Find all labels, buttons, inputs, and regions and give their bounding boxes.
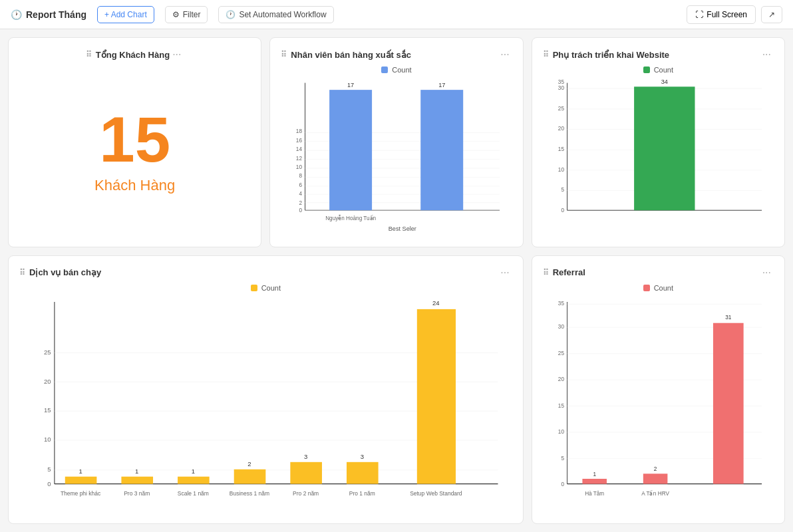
svg-text:24: 24 bbox=[432, 299, 440, 307]
svg-text:10: 10 bbox=[296, 164, 302, 170]
website-title: Phụ trách triển khai Website bbox=[553, 50, 669, 60]
svg-text:1: 1 bbox=[593, 469, 596, 477]
grid-icon-3: ⠿ bbox=[543, 50, 549, 59]
svg-text:2: 2 bbox=[247, 460, 251, 467]
services-more[interactable]: ··· bbox=[498, 267, 512, 279]
svg-text:17: 17 bbox=[347, 82, 354, 88]
referral-legend: Count bbox=[654, 284, 673, 292]
svg-text:4: 4 bbox=[299, 190, 303, 197]
add-chart-button[interactable]: + Add Chart bbox=[97, 6, 154, 23]
top-bar: 🕐 Report Tháng + Add Chart ⚙ Filter 🕐 Se… bbox=[0, 0, 793, 29]
fullscreen-button[interactable]: ⛶ Full Screen bbox=[687, 5, 756, 24]
services-card: ⠿ Dịch vụ bán chạy ··· Count 0 5 10 15 2… bbox=[8, 255, 524, 524]
svg-text:3: 3 bbox=[304, 453, 307, 460]
workflow-button[interactable]: 🕐 Set Automated Workflow bbox=[218, 6, 333, 23]
svg-text:14: 14 bbox=[296, 146, 302, 152]
svg-rect-103 bbox=[713, 323, 744, 483]
filter-icon: ⚙ bbox=[172, 10, 180, 19]
total-number: 15 bbox=[99, 108, 170, 172]
total-customers-title: Tổng Khách Hàng bbox=[96, 50, 170, 60]
referral-more[interactable]: ··· bbox=[760, 267, 774, 279]
svg-text:35: 35 bbox=[558, 78, 564, 84]
add-chart-label: + Add Chart bbox=[104, 10, 147, 19]
workflow-label: Set Automated Workflow bbox=[239, 10, 326, 19]
svg-text:5: 5 bbox=[47, 465, 51, 472]
svg-text:30: 30 bbox=[558, 84, 564, 91]
svg-text:20: 20 bbox=[558, 125, 564, 132]
website-card: ⠿ Phụ trách triển khai Website ··· Count… bbox=[532, 37, 785, 247]
filter-button[interactable]: ⚙ Filter bbox=[165, 6, 208, 23]
grid-icon: ⠿ bbox=[86, 50, 92, 59]
svg-text:18: 18 bbox=[296, 128, 302, 134]
svg-text:10: 10 bbox=[558, 428, 564, 435]
svg-text:A Tấn HRV: A Tấn HRV bbox=[641, 489, 669, 497]
svg-text:5: 5 bbox=[561, 186, 564, 193]
services-legend: Count bbox=[261, 284, 281, 292]
svg-text:Nguyễn Hoàng Tuấn: Nguyễn Hoàng Tuấn bbox=[325, 214, 376, 221]
svg-rect-77 bbox=[417, 309, 456, 483]
svg-text:1: 1 bbox=[79, 467, 82, 475]
services-title: Dịch vụ bán chạy bbox=[29, 267, 101, 277]
svg-rect-100 bbox=[643, 473, 667, 483]
svg-text:6: 6 bbox=[299, 182, 303, 188]
top-seller-title: Nhân viên bán hàng xuất sắc bbox=[291, 50, 411, 60]
report-title-text: Report Tháng bbox=[26, 9, 86, 20]
svg-text:1: 1 bbox=[192, 467, 195, 475]
svg-text:1: 1 bbox=[135, 467, 138, 475]
svg-text:10: 10 bbox=[558, 166, 564, 173]
svg-text:15: 15 bbox=[558, 146, 564, 152]
svg-text:25: 25 bbox=[44, 348, 51, 355]
svg-text:10: 10 bbox=[44, 436, 51, 443]
referral-card: ⠿ Referral ··· Count 0 5 10 15 20 bbox=[532, 255, 785, 524]
svg-text:2: 2 bbox=[299, 199, 303, 205]
svg-rect-22 bbox=[329, 90, 372, 210]
svg-text:Scale 1 năm: Scale 1 năm bbox=[178, 490, 209, 497]
svg-text:Hà Tâm: Hà Tâm bbox=[585, 489, 604, 497]
svg-text:16: 16 bbox=[296, 137, 302, 144]
grid-icon-2: ⠿ bbox=[281, 50, 287, 59]
svg-text:0: 0 bbox=[47, 479, 51, 487]
svg-text:5: 5 bbox=[561, 454, 564, 461]
svg-text:Pro 2 năm: Pro 2 năm bbox=[293, 490, 319, 497]
svg-text:Pro 1 năm: Pro 1 năm bbox=[349, 490, 375, 497]
share-button[interactable]: ↗ bbox=[761, 6, 782, 23]
total-customers-more[interactable]: ··· bbox=[170, 49, 184, 61]
svg-text:31: 31 bbox=[725, 313, 731, 321]
svg-text:30: 30 bbox=[558, 323, 564, 330]
share-icon: ↗ bbox=[768, 10, 775, 19]
svg-text:25: 25 bbox=[558, 105, 564, 112]
top-seller-legend: Count bbox=[392, 66, 411, 74]
website-more[interactable]: ··· bbox=[760, 49, 774, 61]
fullscreen-label: Full Screen bbox=[707, 10, 747, 19]
total-customers-card: ⠿ Tổng Khách Hàng ··· 15 Khách Hàng bbox=[8, 37, 261, 247]
svg-text:15: 15 bbox=[44, 406, 51, 414]
svg-text:0: 0 bbox=[561, 480, 564, 487]
svg-rect-59 bbox=[65, 476, 97, 483]
svg-text:2: 2 bbox=[653, 465, 657, 472]
grid-icon-5: ⠿ bbox=[543, 268, 549, 277]
svg-rect-97 bbox=[582, 479, 607, 484]
svg-text:25: 25 bbox=[558, 349, 564, 356]
svg-text:35: 35 bbox=[558, 299, 564, 307]
clock-icon: 🕐 bbox=[11, 9, 22, 20]
svg-text:3: 3 bbox=[361, 453, 364, 460]
svg-rect-43 bbox=[634, 86, 695, 210]
svg-text:15: 15 bbox=[558, 402, 564, 409]
filter-label: Filter bbox=[183, 10, 201, 19]
referral-title: Referral bbox=[553, 267, 585, 277]
svg-rect-74 bbox=[347, 462, 379, 483]
svg-text:20: 20 bbox=[44, 377, 51, 384]
svg-text:Business 1 năm: Business 1 năm bbox=[230, 490, 269, 497]
svg-rect-68 bbox=[234, 469, 266, 483]
top-seller-card: ⠿ Nhân viên bán hàng xuất sắc ··· Count … bbox=[269, 37, 523, 247]
svg-text:Theme phi khác: Theme phi khác bbox=[61, 490, 101, 497]
svg-text:0: 0 bbox=[561, 207, 564, 213]
dashboard: ⠿ Tổng Khách Hàng ··· 15 Khách Hàng ⠿ Nh… bbox=[0, 29, 793, 532]
top-seller-more[interactable]: ··· bbox=[498, 49, 512, 61]
svg-text:34: 34 bbox=[661, 78, 667, 85]
svg-rect-62 bbox=[121, 476, 153, 483]
website-legend: Count bbox=[654, 66, 673, 74]
svg-rect-71 bbox=[290, 462, 322, 483]
svg-text:17: 17 bbox=[438, 82, 445, 88]
svg-text:8: 8 bbox=[299, 172, 303, 179]
